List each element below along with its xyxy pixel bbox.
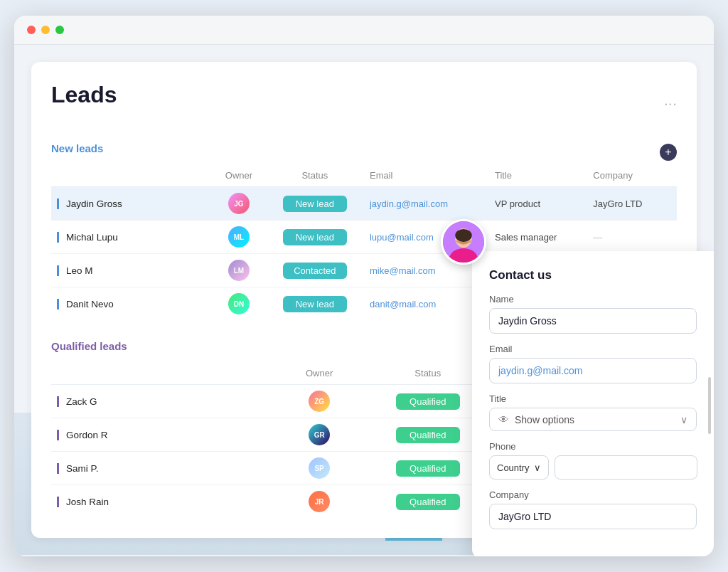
avatar-initials: DN: [234, 300, 244, 308]
lead-email: mike@mail.com: [370, 265, 436, 276]
email-form-group: Email: [489, 344, 697, 383]
col-header-status-new: Status: [266, 167, 364, 187]
titlebar: [14, 16, 714, 45]
lead-title-cell: VP product: [489, 187, 587, 221]
col-header-owner-q: Owner: [281, 365, 358, 385]
lead-company: —: [593, 232, 602, 243]
status-badge: Contacted: [283, 263, 347, 279]
company-input[interactable]: [489, 504, 697, 529]
lead-name-cell: Sami P.: [51, 452, 281, 485]
owner-avatar: LM: [228, 260, 250, 281]
avatar-initials: SP: [314, 465, 323, 472]
phone-form-group: Phone Country ∨: [489, 441, 697, 480]
lead-name: Gordon R: [66, 430, 108, 440]
main-content: Leads ··· New leads + Owner Status Email: [14, 45, 714, 555]
owner-avatar: GR: [309, 424, 330, 445]
lead-status-cell: New lead: [266, 187, 364, 221]
country-select[interactable]: Country ∨: [489, 455, 549, 480]
lead-owner-cell: JG: [212, 187, 265, 221]
lead-status-cell: Contacted: [266, 254, 364, 287]
lead-title-cell: Sales manager: [489, 221, 587, 254]
eye-icon: 👁: [498, 413, 509, 425]
country-label: Country: [497, 462, 530, 473]
contact-panel: Contact us Name Email Title 👁 Show optio…: [472, 251, 714, 556]
status-badge: New lead: [283, 296, 347, 312]
avatar-initials: LM: [234, 267, 244, 275]
lead-email-cell: danit@mail.com: [364, 287, 489, 321]
page-title: Leads: [51, 82, 117, 108]
lead-name: Leo M: [66, 265, 93, 276]
country-chevron-icon: ∨: [534, 462, 541, 473]
col-header-name-q: [51, 365, 281, 385]
col-header-company-new: Company: [587, 167, 677, 187]
lead-name: Josh Rain: [66, 497, 109, 507]
avatar-image: [443, 221, 484, 263]
lead-email-cell: jaydin.g@mail.com: [364, 187, 489, 221]
title-form-group: Title 👁 Show options ∨: [489, 393, 697, 431]
lead-status-cell: New lead: [266, 287, 364, 321]
lead-owner-cell: GR: [281, 418, 358, 452]
lead-status-cell: New lead: [266, 221, 364, 254]
lead-name-cell: Michal Lupu: [51, 221, 212, 254]
owner-avatar: DN: [228, 293, 250, 314]
lead-name: Danit Nevo: [66, 299, 114, 309]
company-form-group: Company: [489, 489, 697, 529]
lead-name-cell: Jaydin Gross: [51, 187, 212, 221]
title-select-value: Show options: [515, 414, 574, 425]
lead-email: danit@mail.com: [370, 299, 436, 309]
col-header-email-new: Email: [364, 167, 489, 187]
qualified-leads-label: Qualified leads: [51, 340, 127, 352]
svg-point-5: [459, 237, 462, 240]
lead-owner-cell: LM: [212, 254, 265, 287]
lead-company-cell: JayGro LTD: [587, 187, 677, 221]
avatar-initials: JR: [315, 498, 324, 506]
status-badge: Qualified: [396, 494, 460, 510]
more-options-button[interactable]: ···: [664, 95, 677, 113]
email-label: Email: [489, 344, 697, 354]
status-badge: New lead: [283, 196, 347, 212]
title-select[interactable]: 👁 Show options ∨: [489, 408, 697, 431]
col-header-title-new: Title: [489, 167, 587, 187]
user-avatar-bubble[interactable]: [441, 219, 486, 265]
new-leads-label: New leads: [51, 142, 103, 154]
new-lead-row[interactable]: Jaydin Gross JG New lead jaydin.g@mail.c…: [51, 187, 677, 221]
lead-name-cell: Leo M: [51, 254, 212, 287]
col-header-owner-new: Owner: [212, 167, 265, 187]
status-badge: Qualified: [396, 460, 460, 477]
status-badge: Qualified: [396, 427, 460, 443]
new-lead-row[interactable]: Michal Lupu ML New lead lupu@mail.com Sa…: [51, 221, 677, 254]
company-label: Company: [489, 489, 697, 500]
lead-name: Sami P.: [66, 463, 99, 474]
lead-name: Zack G: [66, 396, 97, 407]
avatar-initials: ML: [234, 233, 244, 241]
svg-point-6: [466, 237, 469, 240]
scrollbar[interactable]: [708, 377, 711, 434]
lead-title: VP product: [495, 198, 540, 209]
chevron-down-icon: ∨: [680, 414, 687, 425]
lead-company: JayGro LTD: [593, 198, 642, 209]
phone-input[interactable]: [555, 455, 697, 480]
name-input[interactable]: [489, 308, 697, 334]
lead-owner-cell: ZG: [281, 385, 358, 418]
avatar-initials: ZG: [314, 398, 324, 406]
owner-avatar: ML: [228, 226, 250, 248]
owner-avatar: SP: [309, 457, 330, 479]
status-badge: Qualified: [396, 393, 460, 410]
lead-email: lupu@mail.com: [370, 232, 434, 243]
phone-row: Country ∨: [489, 455, 697, 480]
lead-name: Michal Lupu: [66, 232, 118, 243]
avatar-initials: GR: [314, 431, 325, 439]
title-field-label: Title: [489, 393, 697, 404]
status-badge: New lead: [283, 229, 347, 245]
add-new-lead-button[interactable]: +: [660, 144, 677, 161]
contact-panel-title: Contact us: [489, 268, 697, 282]
lead-name: Jaydin Gross: [66, 198, 122, 209]
lead-title: Sales manager: [495, 232, 557, 243]
email-input[interactable]: [489, 358, 697, 383]
lead-name-cell: Danit Nevo: [51, 287, 212, 321]
traffic-light-red: [27, 26, 36, 34]
lead-owner-cell: DN: [212, 287, 265, 321]
lead-name-cell: Gordon R: [51, 418, 281, 452]
lead-owner-cell: JR: [281, 485, 358, 519]
name-form-group: Name: [489, 294, 697, 334]
